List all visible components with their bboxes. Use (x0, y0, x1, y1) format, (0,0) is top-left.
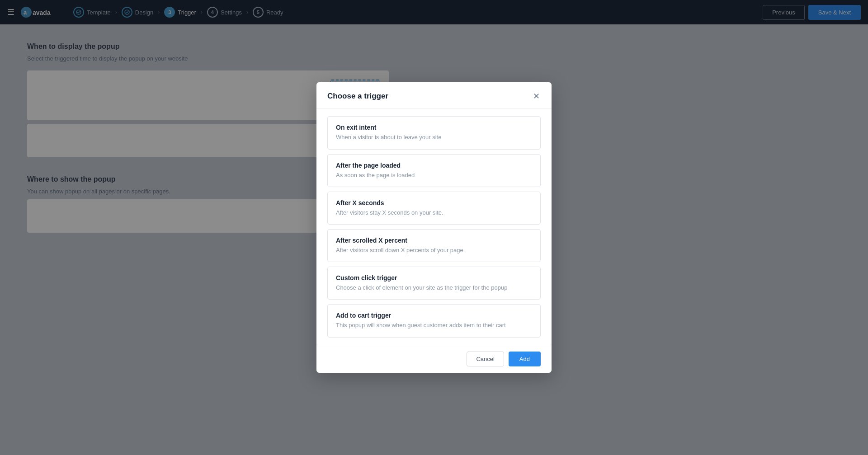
trigger-option-after-seconds[interactable]: After X seconds After visitors stay X se… (327, 192, 541, 225)
trigger-desc-after-seconds: After visitors stay X seconds on your si… (336, 209, 532, 217)
trigger-title-custom-click: Custom click trigger (336, 274, 532, 281)
trigger-option-page-loaded[interactable]: After the page loaded As soon as the pag… (327, 154, 541, 187)
trigger-option-exit-intent[interactable]: On exit intent When a visitor is about t… (327, 116, 541, 149)
trigger-desc-add-to-cart: This popup will show when guest customer… (336, 321, 532, 329)
trigger-desc-scrolled-percent: After visitors scroll down X percents of… (336, 246, 532, 254)
modal-overlay[interactable]: Choose a trigger ✕ On exit intent When a… (0, 0, 868, 455)
trigger-title-after-seconds: After X seconds (336, 199, 532, 206)
choose-trigger-modal: Choose a trigger ✕ On exit intent When a… (316, 82, 552, 372)
modal-body: On exit intent When a visitor is about t… (316, 109, 552, 344)
trigger-title-scrolled-percent: After scrolled X percent (336, 237, 532, 244)
trigger-title-page-loaded: After the page loaded (336, 162, 532, 169)
modal-header: Choose a trigger ✕ (316, 82, 552, 109)
trigger-title-exit-intent: On exit intent (336, 124, 532, 131)
trigger-desc-page-loaded: As soon as the page is loaded (336, 171, 532, 179)
trigger-option-scrolled-percent[interactable]: After scrolled X percent After visitors … (327, 229, 541, 262)
cancel-button[interactable]: Cancel (467, 352, 504, 366)
modal-footer: Cancel Add (316, 345, 552, 373)
trigger-option-custom-click[interactable]: Custom click trigger Choose a click of e… (327, 267, 541, 300)
add-button[interactable]: Add (509, 352, 541, 366)
trigger-desc-exit-intent: When a visitor is about to leave your si… (336, 133, 532, 141)
trigger-option-add-to-cart[interactable]: Add to cart trigger This popup will show… (327, 304, 541, 337)
modal-close-button[interactable]: ✕ (532, 91, 541, 101)
trigger-title-add-to-cart: Add to cart trigger (336, 312, 532, 319)
modal-title: Choose a trigger (327, 92, 388, 101)
trigger-desc-custom-click: Choose a click of element on your site a… (336, 284, 532, 292)
